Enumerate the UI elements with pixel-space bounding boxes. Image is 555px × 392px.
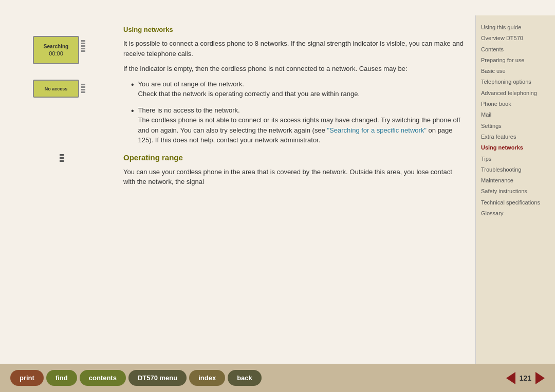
sidebar-item-phone-book[interactable]: Phone book [481,100,550,108]
bullet-dot-1: • [131,79,134,99]
sidebar-item-glossary[interactable]: Glossary [481,209,550,217]
dot-3 [60,160,64,162]
sidebar-item-tips[interactable]: Tips [481,155,550,163]
print-button[interactable]: print [10,370,44,386]
signal-bars [81,40,85,52]
phone-illustration-1: Searching 00:00 [33,36,85,64]
sidebar-item-extra-features[interactable]: Extra features [481,133,550,141]
find-button[interactable]: find [46,370,77,386]
bar-2 [81,43,85,44]
top-area: Searching 00:00 No access [0,0,555,364]
network-link[interactable]: "Searching for a specific network" [327,126,426,134]
operating-range-heading: Operating range [123,153,465,162]
main-content: Using networks It is possible to connect… [118,15,475,364]
bar-7 [81,86,85,88]
screen-time-text: 00:00 [49,50,63,57]
sidebar-item-mail[interactable]: Mail [481,110,550,119]
bottom-toolbar: print find contents DT570 menu index bac… [0,364,555,392]
screen-searching-text: Searching [44,44,68,49]
sidebar-item-using-networks[interactable]: Using networks [481,143,550,152]
operating-range-paragraph: You can use your cordless phone in the a… [123,167,465,187]
section-heading: Using networks [123,26,465,33]
back-button[interactable]: back [228,370,262,386]
bullet-item-1: • You are out of range of the network. C… [123,79,465,99]
sidebar-item-contents[interactable]: Contents [481,45,550,53]
bar-4 [81,48,85,49]
sidebar-item-preparing-for-use[interactable]: Preparing for use [481,56,550,64]
sidebar-item-basic-use[interactable]: Basic use [481,67,550,75]
dt570-menu-button[interactable]: DT570 menu [128,370,187,386]
antenna-dots [60,154,64,162]
screen-no-access-text: No access [45,86,68,91]
phone-illustration-2: No access [33,80,85,98]
bar-3 [81,45,85,47]
sidebar-item-advanced-telephoning[interactable]: Advanced telephoning [481,89,550,97]
bullet-1-body: Check that the network is operating corr… [138,90,360,98]
bullet-2-title: There is no access to the network. [138,106,240,114]
sidebar-item-telephoning-options[interactable]: Telephoning options [481,78,550,86]
sidebar-item-overview-dt570[interactable]: Overview DT570 [481,34,550,42]
sidebar-item-maintenance[interactable]: Maintenance [481,176,550,184]
bullet-item-2: • There is no access to the network. The… [123,105,465,145]
sidebar-item-technical-specifications[interactable]: Technical specifications [481,198,550,207]
phone-screen-searching: Searching 00:00 [33,36,79,64]
next-page-arrow[interactable] [535,372,545,384]
index-button[interactable]: index [189,370,225,386]
dot-2 [60,157,64,159]
bullet-dot-2: • [131,105,134,145]
indicator-empty-paragraph: If the indicator is empty, then the cord… [123,64,465,74]
sidebar-item-safety-instructions[interactable]: Safety instructions [481,187,550,195]
page-wrapper: Searching 00:00 No access [0,0,555,392]
bullet-1-title: You are out of range of the network. [138,80,244,88]
bar-1 [81,40,85,42]
dot-1 [60,154,64,156]
left-column: Searching 00:00 No access [0,15,118,364]
prev-page-arrow[interactable] [506,372,515,384]
right-sidebar: Using this guideOverview DT570ContentsPr… [475,15,555,364]
bullet-1-content: You are out of range of the network. Che… [138,79,360,99]
bar-5 [81,50,85,52]
sidebar-item-troubleshooting[interactable]: Troubleshooting [481,165,550,174]
sidebar-item-using-this-guide[interactable]: Using this guide [481,23,550,31]
bar-8 [81,89,85,90]
page-number: 121 [520,374,531,382]
bar-9 [81,91,85,93]
sidebar-item-settings[interactable]: Settings [481,122,550,130]
intro-paragraph: It is possible to connect a cordless pho… [123,39,465,59]
phone-screen-no-access: No access [33,80,79,98]
page-navigation: 121 [506,372,545,384]
bullet-2-content: There is no access to the network. The c… [138,105,465,145]
signal-bars-2 [81,84,85,93]
bar-6 [81,84,85,85]
contents-button[interactable]: contents [80,370,126,386]
